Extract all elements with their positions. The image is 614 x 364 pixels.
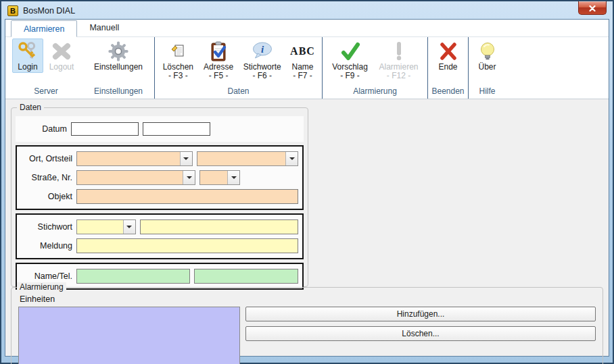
name-f7-sub: - F7 - (293, 72, 312, 80)
alarmierung-groupbox-title: Alarmierung (17, 282, 66, 292)
info-balloon-icon: i (251, 40, 274, 63)
ribbon-group-alarmierung: Vorschlag - F9 - Alarmieren - F12 - (322, 37, 427, 99)
daten-groupbox: Daten Datum Ort, Ortsteil (11, 107, 308, 287)
group-caption-server: Server (12, 86, 80, 99)
name-input[interactable] (76, 269, 190, 284)
datum-row: Datum (16, 116, 304, 142)
name-f7-button[interactable]: ABC Name - F7 - (286, 38, 319, 82)
vorschlag-f9-sub: - F9 - (340, 72, 360, 80)
alarmieren-f12-button[interactable]: Alarmieren - F12 - (374, 38, 424, 82)
objekt-input[interactable] (76, 189, 298, 204)
logout-button[interactable]: Logout (43, 38, 80, 73)
hinzufuegen-button[interactable]: Hinzufügen... (245, 307, 596, 321)
chevron-down-icon[interactable] (180, 152, 192, 165)
keys-icon (17, 40, 39, 63)
group-caption-beenden: Beenden (431, 86, 465, 99)
alarmieren-f12-sub: - F12 - (387, 72, 410, 80)
group-caption-hilfe: Hilfe (471, 86, 503, 99)
stichwort-text-input[interactable] (140, 219, 298, 234)
nametel-label: Name/Tel. (21, 271, 72, 281)
chevron-down-icon[interactable] (123, 220, 135, 234)
green-check-icon (339, 40, 361, 63)
objekt-label: Objekt (21, 192, 72, 201)
einheiten-label: Einheiten (20, 294, 596, 304)
einheiten-listbox[interactable] (18, 307, 240, 364)
tabstrip: Alarmieren Manuell (5, 20, 609, 37)
adresse-f5-sub: - F5 - (209, 72, 229, 80)
window-title: BosMon DIAL (23, 6, 75, 16)
ende-button[interactable]: Ende (431, 38, 465, 73)
logout-label: Logout (49, 63, 74, 72)
chevron-down-icon[interactable] (227, 171, 239, 184)
einstellungen-label: Einstellungen (94, 63, 143, 72)
vorschlag-f9-button[interactable]: Vorschlag - F9 - (327, 38, 374, 82)
stichworte-f6-button[interactable]: i Stichworte - F6 - (239, 38, 287, 82)
ribbon-group-server: Login Logout Server (9, 37, 82, 99)
titlebar: B BosMon DIAL (5, 2, 609, 19)
ribbon-group-hilfe: Über Hilfe (468, 37, 506, 99)
adresse-f5-button[interactable]: Adresse - F5 - (199, 38, 239, 82)
ribbon-toolbar: Login Logout Server (5, 37, 609, 99)
alarmierung-groupbox: Alarmierung Einheiten Hinzufügen... Lösc… (11, 287, 603, 364)
ueber-label: Über (478, 63, 496, 72)
tab-manuell[interactable]: Manuell (77, 20, 131, 36)
abc-icon: ABC (290, 40, 315, 63)
close-icon (589, 2, 596, 14)
loeschen-f3-sub: - F3 - (168, 72, 188, 80)
stichworte-f6-sub: - F6 - (252, 72, 272, 80)
loeschen-f3-button[interactable]: Löschen - F3 - (158, 38, 199, 82)
tel-input[interactable] (194, 269, 298, 284)
meldung-label: Meldung (21, 241, 72, 251)
datum-input-1[interactable] (71, 122, 139, 136)
close-button[interactable] (578, 1, 607, 15)
gray-exclamation-icon (388, 40, 410, 63)
app-body: Alarmieren Manuell (5, 19, 609, 357)
main-area: Daten Datum Ort, Ortsteil (5, 99, 609, 356)
group-caption-alarmierung: Alarmierung (325, 86, 425, 99)
group-caption-daten: Daten (158, 86, 319, 99)
gear-icon (108, 40, 129, 63)
group-caption-einstellungen: Einstellungen (85, 86, 151, 99)
bosmon-b-icon: B (7, 5, 18, 16)
app-window: B BosMon DIAL Alarmieren Manuell (0, 0, 614, 364)
loeschen-button[interactable]: Löschen... (245, 326, 596, 341)
login-button[interactable]: Login (12, 38, 43, 73)
stichwort-box: Stichwort Meldung (16, 213, 304, 259)
datum-input-2[interactable] (143, 122, 210, 136)
ort-combobox[interactable] (76, 151, 193, 166)
strasse-nr-label: Straße, Nr. (21, 173, 72, 182)
ort-ortsteil-label: Ort, Ortsteil (21, 154, 72, 163)
ortsteil-combobox[interactable] (197, 151, 298, 166)
einstellungen-button[interactable]: Einstellungen (86, 38, 151, 73)
chevron-down-icon[interactable] (183, 171, 195, 184)
meldung-input[interactable] (76, 238, 298, 253)
strasse-combobox[interactable] (76, 170, 195, 185)
tab-alarmieren[interactable]: Alarmieren (11, 20, 77, 37)
login-label: Login (18, 63, 37, 72)
ribbon-group-daten: Löschen - F3 - (154, 37, 322, 99)
nr-combobox[interactable] (199, 170, 240, 185)
lightbulb-icon (477, 40, 498, 63)
ribbon-group-einstellungen: Einstellungen Einstellungen (82, 37, 154, 99)
ribbon-group-beenden: Ende Beenden (427, 37, 468, 99)
delete-note-icon (170, 40, 186, 63)
red-cross-icon (438, 40, 459, 63)
stichwort-combobox[interactable] (76, 219, 136, 234)
daten-groupbox-title: Daten (17, 103, 44, 113)
datum-label: Datum (16, 124, 67, 134)
gray-cross-icon (51, 40, 72, 63)
clipboard-check-icon (208, 40, 229, 63)
ueber-button[interactable]: Über (472, 38, 503, 73)
ende-label: Ende (438, 63, 457, 72)
stichwort-label: Stichwort (21, 222, 72, 232)
adresse-box: Ort, Ortsteil Straße, Nr. (16, 145, 304, 210)
chevron-down-icon[interactable] (285, 152, 298, 165)
